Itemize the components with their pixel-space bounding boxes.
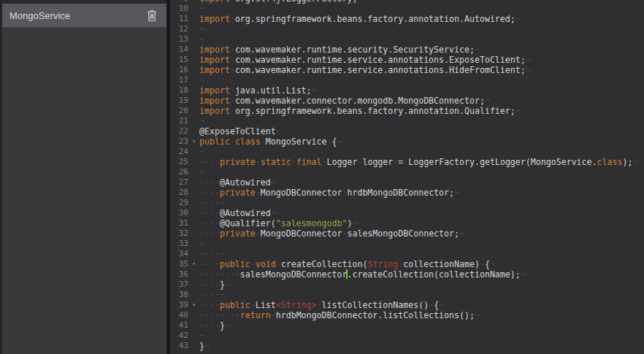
code-text: ········salesMongoDBConnector.createColl… [199,269,526,280]
code-line[interactable]: 31····@Qualifier("salesmongodb")¬ [170,218,644,228]
code-line[interactable]: 36········salesMongoDBConnector.createCo… [170,269,644,280]
line-number: 14 [170,45,188,55]
code-line[interactable]: 35▾····public·void·createCollection(Stri… [170,259,644,269]
code-text: import·com.wavemaker.runtime.service.ann… [199,55,531,65]
code-line[interactable]: 18import·java.util.List;¬ [170,85,644,96]
line-number: 36 [170,269,188,280]
space-invisible-marker: · [256,228,261,239]
code-line[interactable]: 41····}¬ [170,320,644,331]
line-number: 30 [170,208,188,218]
code-line[interactable]: 22@ExposeToClient¬ [170,126,644,136]
fold-gutter-spacer [188,75,199,85]
code-line[interactable]: 29····¬ [170,198,644,208]
code-line[interactable]: 10¬ [170,4,644,14]
eol-invisible-marker: ¬ [337,136,342,147]
code-text: ········return·hrdbMongoDBConnector.list… [199,310,480,320]
eol-invisible-marker: ¬ [357,0,362,4]
fold-gutter-spacer [188,116,199,126]
eol-invisible-marker: ¬ [204,341,210,351]
eol-invisible-marker: ¬ [515,14,521,24]
code-line[interactable]: 12¬ [170,24,644,34]
code-line[interactable]: 27····@Autowired¬ [170,177,644,188]
line-number: 31 [170,218,188,228]
line-number: 17 [170,75,188,85]
fold-gutter-spacer [188,249,199,259]
code-line[interactable]: 24¬ [170,147,644,157]
space-invisible-marker: · [230,45,235,55]
code-line[interactable]: 23▾public·class·MongoService·{¬ [170,136,644,147]
line-number: 22 [170,126,188,136]
code-text: import·org.springframework.beans.factory… [199,14,521,24]
eol-invisible-marker: ¬ [199,167,204,177]
fold-gutter-spacer [188,239,199,249]
space-invisible-marker: · [230,55,235,65]
code-text: ¬ [199,239,204,249]
code-line[interactable]: 11import·org.springframework.beans.facto… [170,14,644,24]
code-line[interactable]: 13¬ [170,34,644,45]
code-line[interactable]: 32····private·MongoDBConnector·salesMong… [170,228,644,239]
fold-gutter-spacer [188,341,199,351]
space-invisible-marker: · [276,259,281,269]
code-line[interactable]: 42¬ [170,331,644,341]
fold-gutter-spacer [188,198,199,208]
code-line[interactable]: 30····@Autowired¬ [170,208,644,218]
eol-invisible-marker: ¬ [199,24,204,34]
java-code-editor[interactable]: 9import·org.slf4j.LoggerFactory;¬10¬11im… [170,0,644,354]
line-number: 15 [170,55,188,65]
fold-gutter-spacer [188,290,199,300]
eol-invisible-marker: ¬ [526,55,531,65]
code-text: ····}¬ [199,280,230,290]
services-sidebar: MongoService [0,0,166,354]
code-line[interactable]: 16import·com.wavemaker.runtime.service.a… [170,65,644,75]
code-line[interactable]: 21¬ [170,116,644,126]
code-line[interactable]: 39▾····public·List<String>·listCollectio… [170,300,644,310]
code-line[interactable]: 25····private·static·final·Logger·logger… [170,157,644,167]
fold-gutter-spacer [188,34,199,45]
line-number: 11 [170,14,188,24]
fold-gutter-spacer [188,157,199,167]
fold-gutter-spacer [188,24,199,34]
fold-gutter-spacer [188,320,199,331]
sidebar-item-mongoservice[interactable]: MongoService [2,4,166,27]
eol-invisible-marker: ¬ [271,208,276,218]
line-number: 33 [170,239,188,249]
code-line[interactable]: 17¬ [170,75,644,85]
eol-invisible-marker: ¬ [225,280,230,290]
line-number: 37 [170,280,188,290]
fold-arrow-icon[interactable]: ▾ [188,259,199,269]
line-number: 40 [170,310,188,320]
code-text: import·org.springframework.beans.factory… [199,106,521,116]
fold-gutter-spacer [188,126,199,136]
space-invisible-marker: · [256,188,261,198]
code-text: ¬ [199,75,204,85]
code-line[interactable]: 40········return·hrdbMongoDBConnector.li… [170,310,644,320]
code-line[interactable]: 26¬ [170,167,644,177]
space-invisible-marker: · [230,0,235,4]
code-line[interactable]: 43}¬ [170,341,644,351]
trash-icon[interactable] [146,9,158,22]
fold-gutter-spacer [188,85,199,96]
eol-invisible-marker: ¬ [352,218,357,228]
fold-gutter-spacer [188,106,199,116]
code-line[interactable]: 14import·com.wavemaker.runtime.security.… [170,45,644,55]
code-line[interactable]: 38····¬ [170,290,644,300]
space-invisible-marker: · [230,136,235,147]
code-line[interactable]: 28····private·MongoDBConnector·hrdbMongo… [170,188,644,198]
code-line[interactable]: 37····}¬ [170,280,644,290]
fold-arrow-icon[interactable]: ▾ [188,300,199,310]
fold-gutter-spacer [188,280,199,290]
code-line[interactable]: 19import·com.wavemaker.connector.mongodb… [170,96,644,106]
line-number: 23 [170,136,188,147]
space-invisible-marker: · [256,157,261,167]
fold-arrow-icon[interactable]: ▾ [188,136,199,147]
code-line[interactable]: 33¬ [170,239,644,249]
line-number: 34 [170,249,188,259]
indent-invisible-marker: ···· [199,290,220,300]
eol-invisible-marker: ¬ [199,116,204,126]
code-line[interactable]: 20import·org.springframework.beans.facto… [170,106,644,116]
fold-gutter-spacer [188,188,199,198]
code-line[interactable]: 34····¬ [170,249,644,259]
code-line[interactable]: 15import·com.wavemaker.runtime.service.a… [170,55,644,65]
space-invisible-marker: · [250,259,256,269]
code-text: @ExposeToClient¬ [199,126,281,136]
